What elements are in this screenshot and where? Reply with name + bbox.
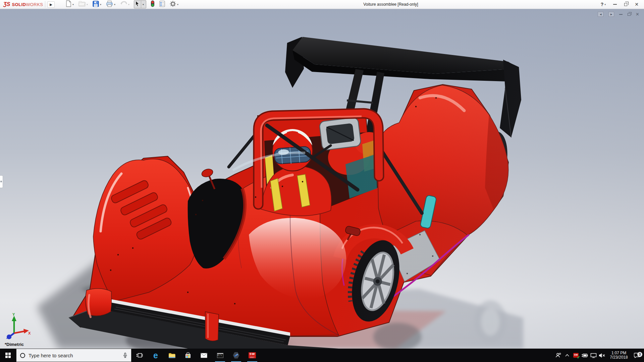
panel-collapse-tab[interactable] bbox=[0, 175, 3, 188]
file-explorer-icon bbox=[168, 353, 175, 358]
orientation-triad: Y X bbox=[5, 312, 31, 339]
chevron-up-icon bbox=[565, 354, 569, 357]
restore-button[interactable] bbox=[624, 3, 627, 6]
y-axis-label: Y bbox=[12, 312, 15, 316]
file-properties-button[interactable] bbox=[158, 0, 166, 8]
save-floppy-icon bbox=[93, 1, 99, 8]
view-orientation-label: *Dimetric bbox=[5, 342, 24, 347]
solidworks-resource-monitor-icon: SW ✓ bbox=[573, 353, 579, 358]
network-icon bbox=[590, 353, 597, 358]
rear-fender[interactable] bbox=[378, 85, 508, 235]
separator bbox=[45, 1, 45, 8]
task-view-icon bbox=[136, 352, 143, 358]
taskbar-item-command-prompt[interactable]: C:\ bbox=[212, 349, 228, 362]
race-car-model[interactable] bbox=[0, 9, 644, 349]
window-title: Voiture assomblee [Read-only] bbox=[363, 2, 418, 7]
menu-flyout-button[interactable]: ▶ bbox=[47, 1, 55, 8]
microphone-icon[interactable] bbox=[123, 352, 127, 358]
edge-icon: e bbox=[153, 351, 158, 360]
speaker-muted-icon bbox=[599, 353, 605, 358]
document-restore-button[interactable] bbox=[628, 13, 631, 16]
open-folder-icon bbox=[78, 1, 86, 8]
taskbar-item-task-view[interactable] bbox=[131, 349, 148, 362]
close-button[interactable]: ✕ bbox=[635, 2, 639, 7]
taskbar-clock[interactable]: 1:07 PM 7/23/2018 bbox=[606, 351, 631, 360]
action-center-button[interactable]: 3 bbox=[631, 353, 643, 358]
select-dropdown[interactable]: ▾ bbox=[141, 1, 145, 8]
select-cursor-icon bbox=[135, 1, 140, 8]
people-icon bbox=[555, 353, 561, 358]
taskbar-item-solidworks-2017[interactable]: SW 2017 bbox=[244, 349, 260, 362]
options-button[interactable]: ▾ bbox=[169, 0, 179, 8]
mail-icon bbox=[201, 353, 207, 358]
new-document-button[interactable]: ▾ bbox=[65, 0, 75, 8]
title-bar: ƷS SOLIDWORKS ▶ ▾ ▾ ▾ ▾ ▾ bbox=[0, 0, 644, 9]
document-minimize-button[interactable] bbox=[619, 14, 623, 15]
undo-arrow-icon bbox=[120, 1, 127, 8]
save-button[interactable]: ▾ bbox=[92, 0, 102, 8]
windows-taskbar: e C:\ SW 2017 bbox=[0, 349, 644, 362]
cortana-icon bbox=[20, 353, 25, 358]
show-hidden-icons-button[interactable] bbox=[563, 354, 572, 357]
quick-access-toolbar: ▾ ▾ ▾ ▾ ▾ ▾ bbox=[63, 0, 181, 8]
battery-icon bbox=[581, 353, 588, 358]
minimize-button[interactable] bbox=[613, 4, 617, 5]
power-button[interactable] bbox=[580, 353, 589, 358]
graphics-viewport[interactable]: ◀ ▶ ✕ Y X *Dimetric bbox=[0, 9, 644, 349]
network-button[interactable] bbox=[589, 353, 598, 358]
hexagon-3d-app-icon bbox=[233, 352, 239, 359]
document-close-button[interactable]: ✕ bbox=[636, 12, 639, 16]
help-button[interactable]: ? ▾ bbox=[601, 2, 606, 7]
x-axis-label: X bbox=[28, 331, 31, 335]
gear-icon bbox=[170, 1, 176, 8]
taskbar-item-store[interactable] bbox=[180, 349, 196, 362]
open-button[interactable]: ▾ bbox=[77, 0, 89, 8]
select-tool-button[interactable]: ▾ bbox=[134, 0, 146, 8]
taskbar-search[interactable] bbox=[16, 349, 131, 362]
collapse-pane-right-button[interactable]: ▶ bbox=[608, 12, 614, 17]
windows-logo-icon bbox=[5, 353, 11, 358]
clock-date: 7/23/2018 bbox=[606, 355, 631, 360]
solidworks-2017-icon: SW 2017 bbox=[249, 352, 256, 358]
file-properties-icon bbox=[159, 1, 165, 8]
taskbar-item-hexagon-3d-app[interactable] bbox=[228, 349, 244, 362]
search-input[interactable] bbox=[29, 353, 119, 358]
window-controls: ? ▾ ✕ bbox=[601, 2, 639, 7]
command-prompt-icon: C:\ bbox=[217, 353, 223, 358]
solidworks-logo: ƷS SOLIDWORKS bbox=[3, 1, 43, 7]
help-icon: ? bbox=[601, 2, 604, 7]
undo-button[interactable]: ▾ bbox=[119, 0, 130, 8]
store-icon bbox=[185, 352, 191, 359]
print-button[interactable]: ▾ bbox=[105, 0, 116, 8]
taskbar-item-edge[interactable]: e bbox=[148, 349, 164, 362]
people-button[interactable] bbox=[554, 353, 563, 358]
collapse-pane-left-button[interactable]: ◀ bbox=[598, 12, 603, 17]
system-tray: SW ✓ 1:07 PM 7/23/2 bbox=[554, 349, 644, 362]
traffic-light-icon bbox=[151, 0, 155, 8]
air-intake[interactable] bbox=[319, 117, 361, 150]
start-button[interactable] bbox=[0, 349, 16, 362]
taskbar-item-mail[interactable] bbox=[196, 349, 212, 362]
dassault-logo-icon: ƷS bbox=[3, 1, 10, 7]
printer-icon bbox=[106, 1, 113, 8]
volume-button[interactable] bbox=[598, 353, 606, 358]
taskbar-item-file-explorer[interactable] bbox=[164, 349, 180, 362]
notification-badge: 3 bbox=[637, 352, 642, 357]
solidworks-tray-button[interactable]: SW ✓ bbox=[572, 353, 580, 358]
rebuild-button[interactable] bbox=[150, 0, 156, 8]
document-window-controls: ◀ ▶ ✕ bbox=[598, 12, 639, 17]
new-document-icon bbox=[66, 0, 71, 8]
